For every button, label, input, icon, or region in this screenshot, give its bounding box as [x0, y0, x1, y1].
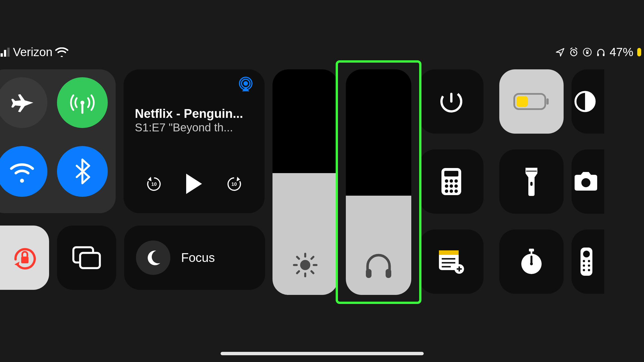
svg-line-7: [575, 48, 577, 49]
calculator-button[interactable]: [419, 149, 483, 214]
screen-mirroring-button[interactable]: [57, 226, 116, 290]
airplay-icon[interactable]: [237, 77, 254, 92]
timer-button[interactable]: [419, 69, 483, 134]
carrier-label: Verizon: [13, 45, 52, 59]
status-bar: Verizon 47%: [0, 42, 644, 62]
connectivity-group[interactable]: [0, 69, 116, 213]
headphones-icon: [363, 250, 394, 279]
svg-rect-36: [444, 171, 458, 176]
svg-rect-1: [4, 50, 6, 57]
volume-slider[interactable]: [346, 69, 411, 295]
moon-icon: [144, 248, 162, 267]
svg-line-28: [311, 257, 313, 259]
svg-point-45: [454, 189, 458, 193]
controls-grid: [419, 69, 564, 295]
svg-rect-33: [546, 98, 549, 105]
sun-icon: [292, 251, 319, 279]
media-subtitle: S1:E7 "Beyond th...: [135, 121, 253, 134]
notes-button[interactable]: [419, 229, 483, 294]
media-playback-tile[interactable]: Netflix - Penguin... S1:E7 "Beyond th...…: [124, 69, 265, 213]
location-icon: [555, 47, 565, 57]
svg-point-37: [445, 179, 448, 183]
battery-low-power-icon: [513, 92, 550, 111]
orientation-lock-icon: [10, 243, 39, 272]
brightness-slider[interactable]: [272, 69, 338, 295]
svg-rect-30: [386, 269, 391, 278]
camera-button[interactable]: [572, 149, 604, 214]
svg-rect-11: [603, 54, 605, 56]
svg-point-44: [450, 189, 453, 193]
svg-text:10: 10: [231, 182, 237, 187]
controls-grid-overflow: [572, 69, 604, 295]
screen-mirroring-icon: [72, 246, 102, 270]
orientation-lock-button[interactable]: [0, 226, 49, 290]
flashlight-button[interactable]: [499, 149, 564, 214]
svg-point-70: [588, 269, 590, 271]
svg-line-25: [297, 257, 299, 259]
remote-icon: [579, 247, 594, 276]
flashlight-icon: [523, 166, 540, 197]
svg-point-15: [243, 81, 248, 86]
svg-rect-10: [597, 54, 599, 56]
play-button[interactable]: [184, 173, 204, 195]
svg-point-68: [588, 264, 590, 267]
svg-point-40: [445, 184, 448, 188]
svg-line-27: [297, 271, 299, 273]
wifi-button[interactable]: [0, 146, 47, 197]
antenna-icon: [68, 89, 96, 117]
svg-point-42: [454, 184, 458, 188]
rewind-10-button[interactable]: 10: [146, 176, 162, 192]
svg-rect-2: [7, 48, 10, 57]
svg-rect-49: [439, 250, 459, 255]
forward-10-button[interactable]: 10: [226, 176, 242, 192]
svg-point-64: [583, 251, 590, 257]
bluetooth-icon: [74, 158, 91, 185]
stopwatch-icon: [519, 248, 544, 276]
svg-point-65: [583, 260, 585, 262]
calculator-icon: [440, 167, 462, 196]
focus-button[interactable]: Focus: [124, 226, 265, 290]
svg-rect-12: [637, 48, 641, 56]
svg-point-43: [445, 189, 448, 193]
home-indicator[interactable]: [221, 352, 424, 355]
svg-rect-57: [529, 249, 534, 251]
media-title: Netflix - Penguin...: [135, 107, 253, 121]
svg-point-39: [454, 179, 458, 183]
svg-rect-0: [1, 53, 3, 57]
airplane-icon: [9, 90, 35, 116]
wifi-status-icon: [55, 47, 68, 57]
battery-percent-label: 47%: [610, 45, 633, 59]
low-power-button[interactable]: [499, 69, 564, 134]
timer-icon: [439, 89, 464, 114]
svg-rect-71: [21, 257, 28, 263]
stopwatch-button[interactable]: [499, 229, 564, 294]
svg-rect-73: [80, 253, 100, 268]
svg-rect-46: [530, 182, 533, 186]
svg-point-69: [583, 269, 585, 271]
alarm-icon: [569, 47, 579, 57]
svg-line-26: [311, 271, 313, 273]
svg-point-66: [588, 260, 590, 262]
svg-text:10: 10: [151, 182, 157, 187]
battery-icon: [637, 48, 641, 56]
wifi-icon: [8, 160, 36, 183]
dark-mode-button[interactable]: [572, 69, 604, 134]
svg-point-67: [583, 264, 585, 267]
remote-button[interactable]: [572, 229, 604, 294]
svg-line-6: [571, 48, 572, 49]
notes-add-icon: [437, 249, 465, 275]
svg-point-20: [300, 260, 310, 270]
airplane-mode-button[interactable]: [0, 77, 47, 128]
bluetooth-button[interactable]: [57, 146, 108, 197]
camera-icon: [572, 171, 599, 192]
headphones-status-icon: [596, 47, 606, 57]
cellular-data-button[interactable]: [57, 77, 108, 128]
svg-rect-9: [586, 52, 588, 54]
svg-point-60: [530, 262, 533, 265]
dark-mode-icon: [573, 90, 597, 113]
svg-point-62: [581, 178, 590, 187]
svg-rect-29: [366, 269, 372, 278]
focus-label: Focus: [181, 251, 215, 265]
signal-icon: [1, 48, 10, 57]
svg-point-38: [450, 179, 453, 183]
